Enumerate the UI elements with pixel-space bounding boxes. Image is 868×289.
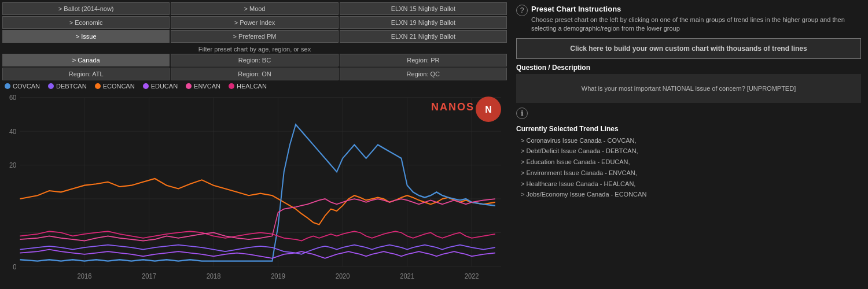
elxn15-button[interactable]: ELXN 15 Nightly Ballot xyxy=(340,2,507,15)
nanos-text: NANOS xyxy=(431,101,475,113)
help-icon[interactable]: ? xyxy=(516,5,528,16)
region-on-button[interactable]: Region: ON xyxy=(171,68,338,80)
trend-lines-section: Currently Selected Trend Lines > Coronav… xyxy=(516,125,861,200)
issue-button[interactable]: > Issue xyxy=(2,30,170,43)
region-bc-button[interactable]: Region: BC xyxy=(171,54,338,66)
svg-rect-2 xyxy=(2,91,507,287)
preset-instructions-row: ? Preset Chart Instructions Choose prese… xyxy=(516,5,861,34)
power-index-button[interactable]: > Power Index xyxy=(171,16,338,29)
question-section: Question / Description What is your most… xyxy=(516,64,861,103)
trend-lines-list: > Coronavirus Issue Canada - COVCAN, > D… xyxy=(516,135,861,200)
elxn21-button[interactable]: ELXN 21 Nightly Ballot xyxy=(340,30,507,43)
legend-envcan: ENVCAN xyxy=(186,83,220,90)
covcan-dot xyxy=(5,83,10,89)
filter-label: Filter preset chart by age, region, or s… xyxy=(2,46,507,53)
svg-text:2017: 2017 xyxy=(142,272,156,280)
healcan-dot xyxy=(229,83,234,89)
svg-text:20: 20 xyxy=(9,161,17,170)
legend-healcan: HEALCAN xyxy=(229,83,267,90)
educan-label: EDUCAN xyxy=(151,83,178,90)
healcan-label: HEALCAN xyxy=(237,83,267,90)
elxn19-button[interactable]: ELXN 19 Nightly Ballot xyxy=(340,16,507,29)
econcan-dot xyxy=(95,83,101,89)
left-panel: > Ballot (2014-now) > Mood ELXN 15 Night… xyxy=(0,0,509,289)
svg-text:2018: 2018 xyxy=(207,272,221,280)
info-icon[interactable]: ℹ xyxy=(516,108,528,119)
ballot-button[interactable]: > Ballot (2014-now) xyxy=(2,2,170,15)
chart-legend: COVCAN DEBTCAN ECONCAN EDUCAN ENVCAN HEA… xyxy=(2,83,507,90)
nanos-logo: N xyxy=(476,97,501,122)
preset-title: Preset Chart Instructions xyxy=(531,5,861,13)
legend-econcan: ECONCAN xyxy=(95,83,135,90)
econcan-label: ECONCAN xyxy=(103,83,135,90)
region-atl-button[interactable]: Region: ATL xyxy=(2,68,170,80)
mood-button[interactable]: > Mood xyxy=(171,2,338,15)
debtcan-label: DEBTCAN xyxy=(56,83,87,90)
preferred-pm-button[interactable]: > Preferred PM xyxy=(171,30,338,43)
svg-text:N: N xyxy=(485,105,491,114)
trend-lines-title: Currently Selected Trend Lines xyxy=(516,125,861,133)
envcan-dot xyxy=(186,83,192,89)
svg-text:2019: 2019 xyxy=(271,272,285,280)
envcan-label: ENVCAN xyxy=(194,83,220,90)
svg-text:60: 60 xyxy=(9,94,17,102)
right-panel: ? Preset Chart Instructions Choose prese… xyxy=(509,0,868,289)
debtcan-dot xyxy=(48,83,54,89)
svg-text:2020: 2020 xyxy=(336,272,350,280)
trend-line-4: > Environment Issue Canada - ENVCAN, xyxy=(521,168,861,179)
svg-text:2021: 2021 xyxy=(400,272,414,280)
custom-chart-button[interactable]: Click here to build your own custom char… xyxy=(516,38,861,59)
legend-educan: EDUCAN xyxy=(143,83,178,90)
main-button-grid: > Ballot (2014-now) > Mood ELXN 15 Night… xyxy=(2,2,507,43)
chart-area: NANOS N 60 xyxy=(2,91,507,287)
trend-line-2: > Debt/Deficit Issue Canada - DEBTCAN, xyxy=(521,146,861,157)
canada-button[interactable]: > Canada xyxy=(2,54,170,66)
covcan-label: COVCAN xyxy=(13,83,40,90)
region-qc-button[interactable]: Region: QC xyxy=(340,68,507,80)
question-title: Question / Description xyxy=(516,64,861,72)
educan-dot xyxy=(143,83,149,89)
svg-text:0: 0 xyxy=(13,262,16,271)
trend-line-1: > Coronavirus Issue Canada - COVCAN, xyxy=(521,135,861,146)
info-icon-row: ℹ xyxy=(516,108,861,119)
chart-svg: 60 40 20 0 2016 2017 2018 2019 2020 2021… xyxy=(2,91,507,287)
svg-text:40: 40 xyxy=(9,127,17,136)
region-button-grid: > Canada Region: BC Region: PR Region: A… xyxy=(2,54,507,80)
trend-line-5: > Healthcare Issue Canada - HEALCAN, xyxy=(521,179,861,190)
trend-line-6: > Jobs/Economy Issue Canada - ECONCAN xyxy=(521,189,861,200)
svg-text:2022: 2022 xyxy=(465,272,479,280)
region-pr-button[interactable]: Region: PR xyxy=(340,54,507,66)
legend-covcan: COVCAN xyxy=(5,83,40,90)
economic-button[interactable]: > Economic xyxy=(2,16,170,29)
svg-text:2016: 2016 xyxy=(78,272,92,280)
preset-instructions-block: Preset Chart Instructions Choose preset … xyxy=(531,5,861,34)
preset-text: Choose preset chart on the left by click… xyxy=(531,16,861,34)
legend-debtcan: DEBTCAN xyxy=(48,83,87,90)
trend-line-3: > Education Issue Canada - EDUCAN, xyxy=(521,157,861,168)
question-text: What is your most important NATIONAL iss… xyxy=(516,74,861,103)
